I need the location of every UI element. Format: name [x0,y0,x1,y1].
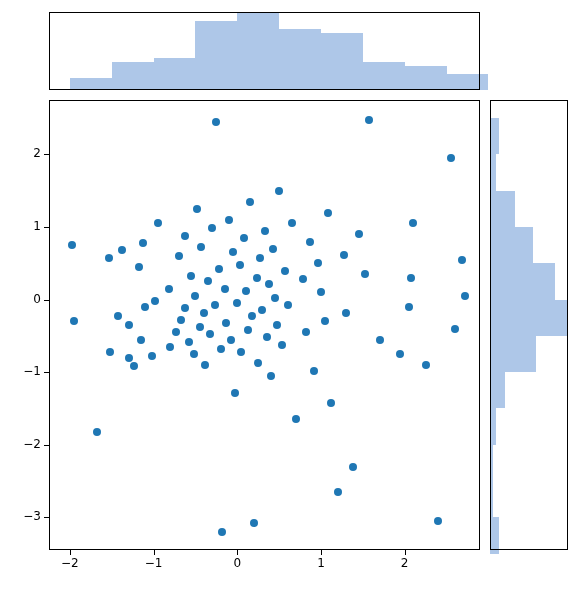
scatter-point [201,361,209,369]
scatter-point [175,252,183,260]
scatter-point [248,312,256,320]
scatter-point [217,345,225,353]
scatter-point [218,528,226,536]
x-tick [70,550,71,555]
scatter-point [434,517,442,525]
scatter-point [340,251,348,259]
scatter-point [231,389,239,397]
y-tick [44,300,49,301]
scatter-point [137,336,145,344]
hist-y-bar [490,118,499,154]
scatter-point [292,415,300,423]
hist-y-bar [490,263,555,299]
marginal-histogram-x [49,12,480,90]
hist-x-bar [405,66,447,90]
y-tick [44,445,49,446]
scatter-point [229,248,237,256]
hist-x-bar [237,13,279,90]
scatter-point [324,209,332,217]
x-tick-label: 0 [227,556,247,570]
scatter-point [125,354,133,362]
scatter-point [361,270,369,278]
scatter-point [233,299,241,307]
scatter-point [306,238,314,246]
hist-y-bar [490,336,536,372]
scatter-point [237,348,245,356]
scatter-point [227,336,235,344]
scatter-point [310,367,318,375]
scatter-point [206,330,214,338]
scatter-point [278,341,286,349]
scatter-point [135,263,143,271]
scatter-point [139,239,147,247]
y-tick-label: 0 [33,292,41,306]
scatter-point [93,428,101,436]
scatter-point [215,265,223,273]
scatter-point [271,294,279,302]
scatter-point [267,372,275,380]
y-tick [44,517,49,518]
scatter-point [181,304,189,312]
scatter-point [212,118,220,126]
scatter-point [165,285,173,293]
scatter-point [191,292,199,300]
y-tick [44,372,49,373]
scatter-point [422,361,430,369]
scatter-point [246,198,254,206]
y-tick-label: −3 [23,509,41,523]
y-tick-label: 1 [33,219,41,233]
y-tick-label: 2 [33,146,41,160]
scatter-point [327,399,335,407]
scatter-point [349,463,357,471]
scatter-point [407,274,415,282]
scatter-point [250,519,258,527]
figure: −2−1012−3−2−1012 [0,0,588,590]
scatter-point [105,254,113,262]
scatter-point [261,227,269,235]
scatter-point [447,154,455,162]
scatter-point [256,254,264,262]
scatter-point [208,224,216,232]
hist-x-bar [112,62,154,90]
scatter-point [130,362,138,370]
scatter-point [321,317,329,325]
scatter-point [196,323,204,331]
scatter-point [106,348,114,356]
scatter-point [258,306,266,314]
scatter-point [68,241,76,249]
scatter-point [185,338,193,346]
scatter-point [355,230,363,238]
scatter-point [461,292,469,300]
scatter-point [240,234,248,242]
scatter-point [114,312,122,320]
x-tick-label: 1 [311,556,331,570]
panel-frame [49,100,480,550]
scatter-point [281,267,289,275]
x-tick [154,550,155,555]
scatter-point [314,259,322,267]
scatter-point [254,359,262,367]
scatter-point [273,321,281,329]
scatter-point [317,288,325,296]
scatter-point [242,287,250,295]
scatter-point [265,280,273,288]
y-tick-label: −2 [23,437,41,451]
scatter-point [70,317,78,325]
y-tick [44,154,49,155]
hist-x-bar [321,33,363,90]
hist-x-bar [279,29,321,90]
scatter-point [253,274,261,282]
scatter-point [451,325,459,333]
scatter-point [197,243,205,251]
hist-x-bar [447,74,489,90]
scatter-point [409,219,417,227]
scatter-point [299,275,307,283]
x-tick-label: −2 [60,556,80,570]
hist-y-bar [490,517,499,553]
scatter-plot [49,100,480,550]
scatter-point [166,343,174,351]
x-tick-label: −1 [144,556,164,570]
scatter-point [334,488,342,496]
scatter-point [405,303,413,311]
scatter-point [193,205,201,213]
